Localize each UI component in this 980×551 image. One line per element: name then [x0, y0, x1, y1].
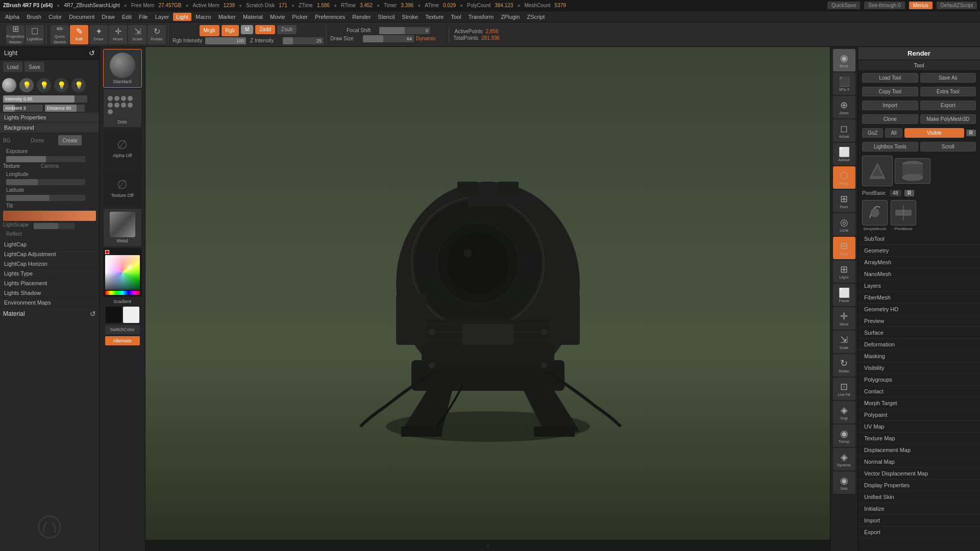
menu-preferences[interactable]: Preferences — [312, 13, 348, 21]
deformation-item[interactable]: Deformation — [858, 339, 980, 350]
lightbox-tools-btn[interactable]: Lightbox Tools — [862, 142, 918, 152]
nanomesh-item[interactable]: NanoMesh — [858, 268, 980, 280]
menu-render[interactable]: Render — [349, 13, 374, 21]
light-2[interactable]: 💡 — [37, 78, 51, 92]
lights-properties-header[interactable]: Lights Properties — [0, 113, 99, 122]
color-picker[interactable] — [103, 248, 142, 297]
tool-sngl[interactable]: ◈ Sngl — [833, 401, 855, 423]
rgb-intensity-slider[interactable]: 100 — [205, 37, 246, 44]
geometryhd-item[interactable]: Geometry HD — [858, 304, 980, 315]
edit-btn[interactable]: ✎ Edit — [70, 25, 88, 44]
projection-master-btn[interactable]: ⊞ Projection Master — [6, 25, 24, 44]
tool-local[interactable]: ◎ Local — [833, 213, 855, 236]
distance-slider[interactable]: Distance 80 — [45, 105, 85, 112]
zadd-btn[interactable]: Zadd — [255, 25, 275, 34]
color-swatch[interactable] — [3, 211, 96, 221]
menu-alpha[interactable]: Alpha — [2, 13, 22, 21]
menu-zplugin[interactable]: ZPlugin — [498, 13, 523, 21]
light-sphere[interactable] — [2, 78, 16, 92]
menu-zscript[interactable]: ZScript — [524, 13, 548, 21]
light-save-btn[interactable]: Save — [24, 62, 44, 72]
load-tool-btn[interactable]: Load Tool — [862, 73, 918, 83]
rgb-btn[interactable]: Rgb — [222, 25, 239, 36]
unified-skin-item[interactable]: Unified Skin — [858, 491, 980, 503]
swatch-white[interactable] — [123, 307, 139, 323]
menu-tool[interactable]: Tool — [448, 13, 464, 21]
light-4[interactable]: 💡 — [71, 78, 86, 92]
lights-shadow-item[interactable]: Lights Shadow — [0, 288, 99, 298]
longitude-slider[interactable] — [6, 179, 85, 185]
lights-type-item[interactable]: Lights Type — [0, 269, 99, 279]
ambient-slider[interactable]: Ambient 3 — [3, 105, 43, 112]
light-active-1[interactable]: 💡 — [19, 78, 34, 92]
tool-solo[interactable]: ◉ Solo — [833, 471, 855, 494]
texture-map-item[interactable]: Texture Map — [858, 433, 980, 444]
geometry-item[interactable]: Geometry — [858, 245, 980, 257]
menu-layer[interactable]: Layer — [152, 13, 173, 21]
default-script-btn[interactable]: DefaultZScript — [937, 2, 977, 9]
draw-btn[interactable]: ✦ Draw — [89, 25, 108, 44]
tool-oxyz[interactable]: ⊟ Oxyz — [833, 237, 855, 259]
preview-item[interactable]: Preview — [858, 315, 980, 327]
quick-sketch-btn[interactable]: ✏ Quick Sketch — [51, 25, 69, 44]
thumb-texture-off[interactable]: ∅ Texture Off — [103, 168, 142, 207]
masking-item[interactable]: Masking — [858, 350, 980, 362]
tool-floor[interactable]: ⊞ Floor — [833, 190, 855, 212]
swatch-black[interactable] — [106, 307, 122, 323]
menu-draw[interactable]: Draw — [99, 13, 118, 21]
polygroups-item[interactable]: Polygroups — [858, 374, 980, 386]
menu-stroke[interactable]: Stroke — [399, 13, 421, 21]
subtool-item[interactable]: SubTool — [858, 233, 980, 245]
tool-actual[interactable]: ◻ Actual — [833, 119, 855, 142]
intensity-slider[interactable]: Intensity 0.85 — [3, 95, 87, 103]
menu-document[interactable]: Document — [66, 13, 97, 21]
morph-target-item[interactable]: Morph Target — [858, 397, 980, 409]
pivot-base-thumb[interactable] — [891, 200, 916, 226]
menu-stencil[interactable]: Stencil — [375, 13, 398, 21]
simple-brush-thumb[interactable] — [862, 200, 888, 226]
lightcap-horizon-item[interactable]: LightCap Horizon — [0, 259, 99, 269]
environment-maps-item[interactable]: Environment Maps — [0, 298, 99, 308]
canvas-area[interactable]: ⬦ — [145, 47, 830, 551]
tool-spix[interactable]: ⬛ SPix 3 — [833, 72, 855, 95]
lightcap-adjustment-item[interactable]: LightCap Adjustment — [0, 249, 99, 259]
tool-frame[interactable]: ⬜ Frame — [833, 284, 855, 306]
hue-bar[interactable] — [105, 291, 140, 295]
extra-tool-btn[interactable]: Extra Tool — [920, 87, 976, 96]
tool-section-title[interactable]: Tool — [858, 60, 980, 71]
tool-linefill[interactable]: ⊡ Line Fill — [833, 378, 855, 400]
scale-btn[interactable]: ⇲ Scale — [128, 25, 146, 44]
import-btn[interactable]: Import — [862, 101, 918, 110]
draw-size-slider[interactable]: 64 — [363, 35, 414, 42]
material-icon[interactable]: ↺ — [90, 310, 96, 318]
menu-picker[interactable]: Picker — [289, 13, 311, 21]
make-polymesh3d-btn[interactable]: Make PolyMesh3D — [920, 114, 976, 124]
tool-aahart[interactable]: ⬜ AAHart — [833, 143, 855, 165]
see-through-btn[interactable]: See-through 0 — [864, 2, 904, 9]
zsub-btn[interactable]: Zsub — [277, 25, 297, 34]
lightbox-btn[interactable]: ☐ LightBox — [26, 25, 44, 44]
lightcap-item[interactable]: LightCap — [0, 240, 99, 249]
initialize-item[interactable]: Initialize — [858, 503, 980, 515]
export-btn[interactable]: Export — [920, 101, 976, 110]
display-properties-item[interactable]: Display Properties — [858, 480, 980, 491]
menu-file[interactable]: File — [136, 13, 151, 21]
tool-scale[interactable]: ⇲ Scale — [833, 331, 855, 353]
tool-rotate[interactable]: ↻ Rotate — [833, 354, 855, 377]
exposure-slider[interactable] — [6, 156, 85, 162]
tool-move[interactable]: ✛ Move — [833, 307, 855, 330]
pivot-r-btn[interactable]: R — [904, 190, 914, 196]
light-load-btn[interactable]: Load — [3, 62, 22, 72]
surface-item[interactable]: Surface — [858, 327, 980, 339]
uv-map-item[interactable]: UV Map — [858, 421, 980, 433]
fibermesh-item[interactable]: FiberMesh — [858, 292, 980, 304]
contact-item[interactable]: Contact — [858, 386, 980, 397]
visibility-item[interactable]: Visibility — [858, 362, 980, 374]
visible-btn[interactable]: Visible — [904, 128, 964, 138]
latitude-slider[interactable] — [6, 195, 85, 201]
import2-item[interactable]: Import — [858, 515, 980, 527]
menu-texture[interactable]: Texture — [422, 13, 447, 21]
samples-slider[interactable] — [34, 223, 75, 229]
menu-transform[interactable]: Transform — [465, 13, 497, 21]
menu-movie[interactable]: Movie — [267, 13, 288, 21]
